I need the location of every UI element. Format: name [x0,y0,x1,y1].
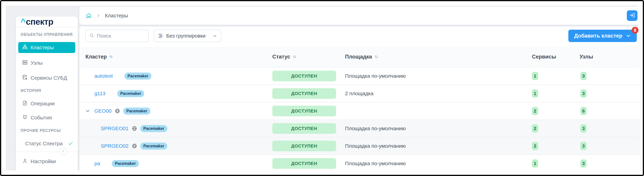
cluster-name-cell: g113 Pacemaker [80,85,144,102]
site-label: Площадка по-умолчанию [345,67,517,85]
nodes-cell: 3 [580,120,586,137]
table-row[interactable]: autotest Pacemaker ДОСТУПЕН Площадка по-… [80,67,640,85]
site-label: Площадка по-умолчанию [345,120,517,137]
table-row[interactable]: GEO00 Pacemaker ДОСТУПЕН 2 6 [80,102,640,120]
table-header: Кластер Статус Площадка Сервисы Узлы [80,46,640,67]
status-cell: ДОСТУПЕН [272,67,336,85]
site-label [345,102,517,120]
column-header-status[interactable]: Статус [272,46,297,67]
search-input[interactable] [97,33,145,39]
nodes-count: 3 [580,124,586,133]
section-other-label: ПРОЧИЕ РЕСУРСЫ [21,128,76,133]
nodes-cell: 3 [580,85,586,102]
column-header-services: Сервисы [532,46,556,67]
engine-badge: Pacemaker [140,125,168,132]
services-count: 2 [532,124,538,133]
column-header-cluster[interactable]: Кластер [86,46,113,67]
cluster-icon [22,44,28,51]
breadcrumb-bar: Кластеры [80,6,640,25]
nodes-cell: 3 [580,155,586,172]
nodes-count: 3 [580,72,586,80]
engine-badge: Pacemaker [124,73,152,80]
sidebar-item-nodes[interactable]: Узлы [18,58,75,69]
services-count: 2 [532,142,538,150]
engine-badge: Pacemaker [123,107,150,115]
column-label: Сервисы [532,54,556,60]
cluster-link[interactable]: GEO00 [94,108,112,114]
cluster-name-cell: SPRGEO01 Pacemaker [80,120,167,137]
sidebar-item-clusters[interactable]: Кластеры [18,42,75,53]
status-badge: ДОСТУПЕН [272,71,336,81]
globe-icon [132,143,137,149]
user-icon [22,158,28,165]
status-cell: ДОСТУПЕН [272,120,336,137]
add-cluster-button[interactable]: Добавить кластер [568,30,637,42]
services-count: 1 [532,159,538,168]
grouping-value: Без группировки [166,33,210,39]
logo-text: спектр [26,17,53,27]
nodes-cell: 3 [580,67,586,85]
cluster-link[interactable]: autotest [94,73,113,79]
sidebar-item-events[interactable]: События [18,112,75,123]
sort-both-icon [292,55,297,59]
cluster-link[interactable]: SPRGEO01 [101,126,128,131]
cluster-name-cell: autotest Pacemaker [80,67,152,85]
logo-caret: ^ [21,17,26,27]
sidebar-item-label: Операции [30,101,55,106]
sidebar-collapse-button[interactable] [60,148,68,156]
app-background: ^спектр ОБЪЕКТЫ УПРАВЛЕНИЯ Кластеры Узлы… [6,5,638,171]
cluster-link[interactable]: pa [94,161,100,166]
table-row[interactable]: SPRGEO01 Pacemaker ДОСТУПЕН Площадка по-… [80,120,640,137]
home-icon[interactable] [86,12,92,19]
site-label: Площадка по-умолчанию [345,155,517,172]
services-cell: 1 [532,85,538,102]
nodes-cell: 6 [580,102,586,120]
status-ok-check-icon [68,141,74,147]
table-row[interactable]: g113 Pacemaker ДОСТУПЕН 2 площадка 1 3 [80,85,640,102]
grouping-icon [158,33,164,39]
services-cell: 2 [532,120,538,137]
nodes-count: 3 [580,89,586,98]
nodes-count: 6 [580,107,586,115]
services-cell: 1 [532,155,538,172]
nodes-count: 3 [580,159,586,168]
grouping-select[interactable]: Без группировки [154,30,221,42]
search-box [86,30,149,42]
database-gear-icon [22,75,28,82]
status-cell: ДОСТУПЕН [272,85,336,102]
table-row[interactable]: SPRGEO02 Pacemaker ДОСТУПЕН Площадка по-… [80,137,640,155]
globe-icon [132,126,137,131]
sidebar-divider-top [16,27,78,27]
engine-badge: Pacemaker [112,160,139,167]
sidebar-divider-bottom [16,152,78,152]
expand-chevron-icon[interactable] [85,108,90,114]
services-count: 1 [532,72,538,80]
table-row[interactable]: pa Pacemaker ДОСТУПЕН Площадка по-умолча… [80,155,640,172]
sidebar-item-db-services[interactable]: Сервисы СУБД [18,72,75,83]
login-arrow-icon [629,12,635,19]
search-icon [89,33,94,39]
logout-button[interactable] [627,10,638,21]
app-logo: ^спектр [21,16,53,27]
services-cell: 2 [532,102,538,120]
server-icon [22,60,28,67]
breadcrumb-current: Кластеры [105,13,128,18]
sidebar-item-settings[interactable]: Настройки [18,156,75,167]
nodes-cell: 3 [580,137,586,155]
site-label: Площадка по-умолчанию [345,137,517,155]
cluster-link[interactable]: g113 [94,90,106,96]
screenshot-frame: ^спектр ОБЪЕКТЫ УПРАВЛЕНИЯ Кластеры Узлы… [0,0,644,176]
chevron-left-icon [62,150,65,154]
column-header-site[interactable]: Площадка [345,46,378,67]
sort-both-icon [374,55,378,59]
sidebar-item-spektr-status[interactable]: Статус Спектра [18,138,75,149]
sidebar-item-label: Сервисы СУБД [30,75,67,81]
cluster-link[interactable]: SPRGEO02 [101,143,128,149]
chevron-down-icon [626,33,631,38]
clusters-panel: Без группировки Добавить кластер 8 Класт… [80,26,640,173]
status-badge: ДОСТУПЕН [272,106,336,116]
sidebar: ^спектр ОБЪЕКТЫ УПРАВЛЕНИЯ Кластеры Узлы… [16,16,78,174]
sidebar-item-operations[interactable]: Операции [18,98,75,109]
cluster-name-cell: SPRGEO02 Pacemaker [80,137,167,155]
column-label: Узлы [580,54,593,60]
